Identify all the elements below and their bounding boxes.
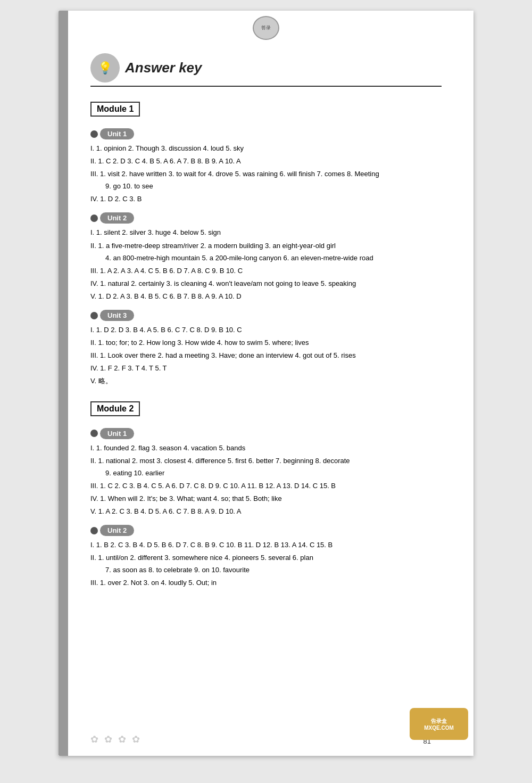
section-line-1-0-1-1: 9. eating 10. earlier (90, 467, 442, 479)
section-line-0-1-2-0: III. 1. A 2. A 3. A 4. C 5. B 6. D 7. A … (90, 265, 442, 277)
roman-numeral-0-0-3: IV. (90, 195, 98, 203)
section-line-0-0-1-0: II. 1. C 2. D 3. C 4. B 5. A 6. A 7. B 8… (90, 155, 442, 167)
section-line-1-0-1-0: II. 1. national 2. most 3. closest 4. di… (90, 455, 442, 467)
section-0-2-1: II. 1. too; for; to 2. How long 3. How w… (90, 337, 442, 349)
section-0-0-1: II. 1. C 2. D 3. C 4. B 5. A 6. A 7. B 8… (90, 155, 442, 167)
section-0-1-0: I. 1. silent 2. silver 3. huge 4. below … (90, 227, 442, 238)
section-0-2-2: III. 1. Look over there 2. had a meeting… (90, 350, 442, 361)
section-line-0-0-2-0: III. 1. visit 2. have written 3. to wait… (90, 168, 442, 180)
roman-numeral-1-1-2: III. (90, 579, 98, 587)
roman-numeral-1-0-4: V. (90, 507, 96, 515)
section-0-1-4: V. 1. D 2. A 3. B 4. B 5. C 6. B 7. B 8.… (90, 291, 442, 302)
module-box-1: Module 2 (90, 396, 442, 424)
roman-numeral-0-1-2: III. (90, 267, 98, 275)
watermark-line1: 告录盒 (431, 718, 447, 725)
roman-numeral-0-0-2: III. (90, 170, 98, 178)
section-1-1-1: II. 1. until/on 2. different 3. somewher… (90, 552, 442, 576)
unit-label-1-0: Unit 1 (100, 428, 134, 439)
section-line-1-0-0-0: I. 1. founded 2. flag 3. season 4. vacat… (90, 442, 442, 454)
answer-key-header: 💡 Answer key (90, 53, 442, 87)
section-line-0-1-4-0: V. 1. D 2. A 3. B 4. B 5. C 6. B 7. B 8.… (90, 291, 442, 302)
section-line-1-1-1-0: II. 1. until/on 2. different 3. somewher… (90, 552, 442, 564)
module-box-0: Module 1 (90, 96, 442, 124)
roman-numeral-0-2-3: IV. (90, 364, 98, 372)
section-line-1-1-0-0: I. 1. B 2. C 3. B 4. D 5. B 6. D 7. C 8.… (90, 539, 442, 551)
section-1-0-0: I. 1. founded 2. flag 3. season 4. vacat… (90, 442, 442, 454)
bottom-decoration: ✿ ✿ ✿ ✿ (90, 733, 142, 745)
watermark-line2: MXQE.COM (424, 725, 454, 731)
unit-badge-0-0: Unit 1 (90, 124, 442, 143)
section-line-0-1-0-0: I. 1. silent 2. silver 3. huge 4. below … (90, 227, 442, 238)
roman-numeral-1-0-1: II. (90, 457, 96, 465)
watermark: 告录盒 MXQE.COM (410, 708, 468, 740)
roman-numeral-1-0-0: I. (90, 444, 94, 452)
section-line-0-1-3-0: IV. 1. natural 2. certainly 3. is cleani… (90, 278, 442, 290)
section-0-2-3: IV. 1. F 2. F 3. T 4. T 5. T (90, 362, 442, 374)
roman-numeral-1-0-2: III. (90, 482, 98, 490)
section-line-0-1-1-0: II. 1. a five-metre-deep stream/river 2.… (90, 240, 442, 252)
module-label-1: Module 2 (90, 401, 140, 416)
section-1-0-1: II. 1. national 2. most 3. closest 4. di… (90, 455, 442, 479)
roman-numeral-0-0-1: II. (90, 157, 96, 165)
roman-numeral-0-0-0: I. (90, 144, 94, 152)
unit-badge-1-0: Unit 1 (90, 424, 442, 442)
section-line-0-2-3-0: IV. 1. F 2. F 3. T 4. T 5. T (90, 362, 442, 374)
section-line-0-1-1-1: 4. an 800-metre-high mountain 5. a 200-m… (90, 252, 442, 264)
section-0-1-3: IV. 1. natural 2. certainly 3. is cleani… (90, 278, 442, 290)
unit-label-0-1: Unit 2 (100, 212, 134, 224)
unit-label-1-1: Unit 2 (100, 525, 134, 536)
section-1-0-3: IV. 1. When will 2. It's; be 3. What; wa… (90, 493, 442, 505)
roman-numeral-0-2-0: I. (90, 326, 94, 334)
section-0-1-2: III. 1. A 2. A 3. A 4. C 5. B 6. D 7. A … (90, 265, 442, 277)
section-line-1-1-2-0: III. 1. over 2. Not 3. on 4. loudly 5. O… (90, 577, 442, 589)
section-1-1-0: I. 1. B 2. C 3. B 4. D 5. B 6. D 7. C 8.… (90, 539, 442, 551)
unit-dot-1-0 (90, 430, 98, 437)
answer-key-icon: 💡 (90, 53, 120, 83)
unit-badge-0-2: Unit 3 (90, 306, 442, 324)
roman-numeral-0-1-3: IV. (90, 279, 98, 287)
section-line-0-0-3-0: IV. 1. D 2. C 3. B (90, 193, 442, 205)
roman-numeral-0-2-4: V. (90, 377, 96, 385)
section-1-0-4: V. 1. A 2. C 3. B 4. D 5. A 6. C 7. B 8.… (90, 506, 442, 517)
section-line-1-0-2-0: III. 1. C 2. C 3. B 4. C 5. A 6. D 7. C … (90, 480, 442, 492)
section-1-0-2: III. 1. C 2. C 3. B 4. C 5. A 6. D 7. C … (90, 480, 442, 492)
unit-dot-0-1 (90, 215, 98, 222)
answer-key-title: Answer key (125, 60, 202, 76)
unit-badge-0-1: Unit 2 (90, 208, 442, 227)
top-decoration: 答录 (253, 16, 279, 40)
section-line-0-2-4-0: V. 略。 (90, 375, 442, 387)
section-0-0-3: IV. 1. D 2. C 3. B (90, 193, 442, 205)
section-line-0-2-1-0: II. 1. too; for; to 2. How long 3. How w… (90, 337, 442, 349)
roman-numeral-0-1-4: V. (90, 292, 96, 300)
roman-numeral-0-2-2: III. (90, 351, 98, 359)
roman-numeral-1-0-3: IV. (90, 494, 98, 502)
roman-numeral-0-1-0: I. (90, 228, 94, 236)
section-line-1-0-4-0: V. 1. A 2. C 3. B 4. D 5. A 6. C 7. B 8.… (90, 506, 442, 517)
module-label-0: Module 1 (90, 102, 140, 117)
section-0-0-0: I. 1. opinion 2. Though 3. discussion 4.… (90, 143, 442, 154)
section-line-0-0-0-0: I. 1. opinion 2. Though 3. discussion 4.… (90, 143, 442, 154)
section-line-0-0-2-1: 9. go 10. to see (90, 180, 442, 192)
unit-dot-0-2 (90, 312, 98, 319)
section-line-0-2-2-0: III. 1. Look over there 2. had a meeting… (90, 350, 442, 361)
unit-dot-0-0 (90, 130, 98, 138)
page: 答录 💡 Answer key Module 1 Unit 1 I. 1. op… (59, 11, 473, 756)
section-0-2-0: I. 1. D 2. D 3. B 4. A 5. B 6. C 7. C 8.… (90, 324, 442, 336)
unit-dot-1-1 (90, 527, 98, 534)
roman-numeral-0-2-1: II. (90, 339, 96, 347)
section-line-0-2-0-0: I. 1. D 2. D 3. B 4. A 5. B 6. C 7. C 8.… (90, 324, 442, 336)
roman-numeral-1-1-1: II. (90, 554, 96, 562)
section-0-2-4: V. 略。 (90, 375, 442, 387)
section-1-1-2: III. 1. over 2. Not 3. on 4. loudly 5. O… (90, 577, 442, 589)
left-binding (59, 11, 68, 756)
unit-badge-1-1: Unit 2 (90, 521, 442, 539)
section-0-1-1: II. 1. a five-metre-deep stream/river 2.… (90, 240, 442, 264)
roman-numeral-1-1-0: I. (90, 541, 94, 549)
roman-numeral-0-1-1: II. (90, 242, 96, 250)
modules-container: Module 1 Unit 1 I. 1. opinion 2. Though … (90, 96, 442, 597)
section-line-1-1-1-1: 7. as soon as 8. to celebrate 9. on 10. … (90, 564, 442, 576)
unit-label-0-2: Unit 3 (100, 310, 134, 321)
section-line-1-0-3-0: IV. 1. When will 2. It's; be 3. What; wa… (90, 493, 442, 505)
unit-label-0-0: Unit 1 (100, 128, 134, 139)
section-0-0-2: III. 1. visit 2. have written 3. to wait… (90, 168, 442, 192)
